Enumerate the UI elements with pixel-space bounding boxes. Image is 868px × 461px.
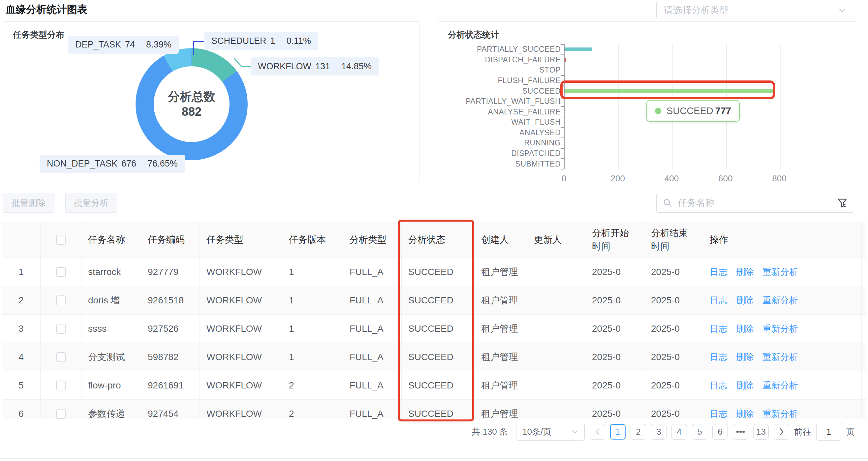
bar-dispatch_failure (565, 58, 566, 62)
x-tick-label: 200 (611, 174, 625, 184)
filter-funnel-icon[interactable] (837, 197, 848, 208)
page-button-4[interactable]: 4 (672, 424, 687, 439)
action-link[interactable]: 日志 (710, 350, 727, 364)
cell-actions: 日志删除重新分析 (703, 315, 862, 343)
cell-updater (527, 315, 585, 343)
column-header: 分析结束时间 (644, 222, 703, 257)
row-checkbox[interactable] (56, 324, 66, 334)
page-button-6[interactable]: 6 (712, 424, 728, 439)
action-link[interactable]: 删除 (736, 407, 754, 419)
status-bar-row (565, 148, 848, 159)
action-link[interactable]: 日志 (710, 294, 727, 307)
analysis-status-panel: 分析状态统计 PARTIALLY_SUCCEEDDISPATCH_FAILURE… (438, 22, 856, 184)
cell-creator: 租户管理 (474, 343, 527, 371)
cell-actions: 日志删除重新分析 (703, 258, 862, 286)
cell-analysis_type: FULL_A (343, 286, 402, 314)
cell-name: doris 增 (82, 286, 141, 314)
slice-pct: 14.85% (341, 61, 372, 71)
action-link[interactable]: 删除 (736, 294, 754, 307)
action-link[interactable]: 重新分析 (763, 294, 798, 307)
batch-analyze-button[interactable]: 批量分析 (65, 193, 117, 213)
cell-name: starrock (82, 258, 141, 286)
cell-code: 9261518 (141, 286, 200, 314)
action-link[interactable]: 重新分析 (763, 322, 798, 335)
task-name-search[interactable] (656, 193, 854, 213)
pagination-bar: 共 130 条 10条/页 123456•••13 前往 页 (0, 419, 868, 444)
cell-end: 2025-0 (644, 343, 703, 371)
row-checkbox[interactable] (56, 352, 66, 362)
action-link[interactable]: 删除 (736, 379, 754, 392)
cell-code: 927779 (141, 258, 200, 286)
bar-partially_succeed (565, 48, 592, 51)
action-link[interactable]: 日志 (710, 266, 727, 279)
cell-updater (527, 343, 585, 371)
leader-line (241, 66, 251, 67)
slice-pct: 8.39% (146, 39, 172, 50)
action-link[interactable]: 重新分析 (763, 350, 798, 364)
action-link[interactable]: 删除 (736, 322, 754, 335)
column-header: 操作 (703, 222, 862, 257)
goto-page-input[interactable] (816, 423, 841, 440)
cell-actions: 日志删除重新分析 (703, 400, 862, 419)
cell-start: 2025-0 (585, 371, 644, 399)
prev-page-button[interactable] (590, 424, 605, 439)
cell-start: 2025-0 (585, 343, 644, 371)
table-row: 1starrock927779WORKFLOW1FULL_ASUCCEED租户管… (2, 258, 866, 286)
page-button-13[interactable]: 13 (753, 424, 769, 439)
column-header: 任务编码 (141, 222, 200, 257)
task-table: 任务名称任务编码任务类型任务版本分析类型分析状态创建人更新人分析开始时间分析结束… (2, 222, 866, 419)
cell-version: 2 (282, 400, 343, 419)
cell-type: WORKFLOW (200, 258, 282, 286)
page-button-3[interactable]: 3 (651, 424, 666, 439)
cell-analysis_type: FULL_A (343, 343, 402, 371)
leader-line (193, 41, 194, 55)
cell-idx: 3 (2, 315, 40, 343)
page-size-select[interactable]: 10条/页 (516, 423, 585, 440)
bottom-divider (0, 458, 868, 459)
action-link[interactable]: 重新分析 (763, 407, 798, 419)
page-button-5[interactable]: 5 (692, 424, 707, 439)
slice-pct: 0.11% (287, 36, 311, 46)
action-link[interactable]: 日志 (710, 407, 727, 419)
row-checkbox[interactable] (56, 380, 66, 391)
slice-value: 676 (121, 159, 136, 168)
cell-analysis_type: FULL_A (343, 400, 402, 419)
search-input[interactable] (677, 197, 837, 208)
page-button-1[interactable]: 1 (610, 424, 626, 439)
cell-code: 927454 (141, 400, 200, 419)
cell-end: 2025-0 (644, 286, 703, 314)
table-body: 1starrock927779WORKFLOW1FULL_ASUCCEED租户管… (2, 258, 866, 419)
row-checkbox[interactable] (56, 409, 66, 419)
select-all-checkbox[interactable] (56, 235, 66, 245)
status-x-axis: 0200400600800 (564, 174, 847, 187)
category-label-running: RUNNING (438, 138, 561, 148)
page-button-2[interactable]: 2 (630, 424, 646, 439)
page-ellipsis-button[interactable]: ••• (733, 424, 748, 439)
action-link[interactable]: 重新分析 (763, 379, 798, 392)
row-checkbox[interactable] (56, 267, 66, 277)
analysis-type-select[interactable]: 请选择分析类型 (656, 1, 854, 19)
cell-analysis_type: FULL_A (343, 258, 402, 286)
batch-delete-button[interactable]: 批量删除 (3, 193, 54, 213)
cell-creator: 租户管理 (474, 258, 527, 286)
cell-idx: 2 (2, 286, 40, 314)
column-header (2, 222, 40, 257)
cell-version: 1 (282, 343, 343, 371)
slice-name: NON_DEP_TASK (47, 159, 117, 168)
cell-type: WORKFLOW (200, 343, 282, 371)
row-checkbox[interactable] (56, 296, 66, 305)
action-link[interactable]: 日志 (710, 379, 727, 392)
cell-name: 参数传递 (82, 400, 141, 419)
cell-end: 2025-0 (644, 400, 703, 419)
scroll-gutter (862, 286, 866, 314)
action-link[interactable]: 日志 (710, 322, 727, 335)
slice-name: DEP_TASK (75, 39, 121, 50)
next-page-button[interactable] (774, 424, 789, 439)
chevron-down-icon (571, 428, 579, 435)
cell-end: 2025-0 (644, 258, 703, 286)
succeed-tooltip: SUCCEED 777 (646, 100, 740, 122)
action-link[interactable]: 删除 (736, 350, 754, 364)
action-link[interactable]: 重新分析 (763, 266, 798, 279)
action-link[interactable]: 删除 (736, 266, 754, 279)
scroll-gutter (862, 400, 866, 419)
